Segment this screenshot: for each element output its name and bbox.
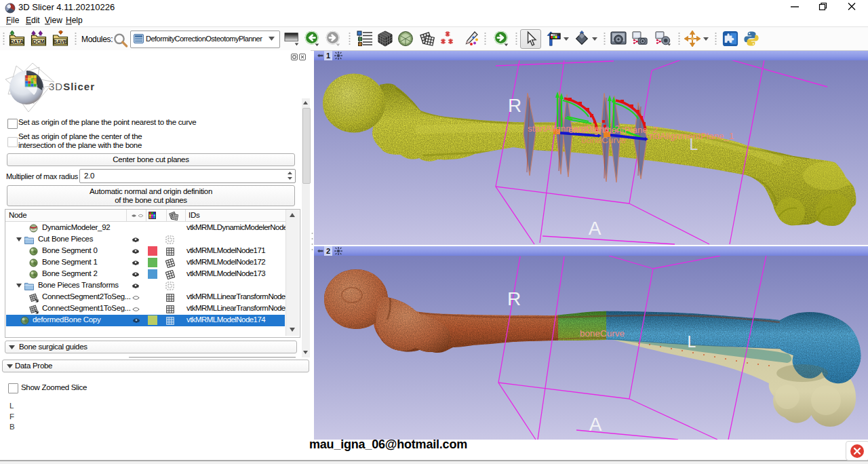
svg-text:A: A [589,218,601,239]
svg-text:L: L [690,136,698,153]
svg-text:DCM: DCM [33,39,45,45]
svg-text:SAVE: SAVE [54,39,67,45]
svg-text:R: R [507,288,521,309]
svg-text:boneCurve: boneCurve [581,135,626,145]
svg-text:3DSlicer: 3DSlicer [49,81,95,92]
svg-text:DATA: DATA [10,39,24,45]
svg-text:endAlignmentPlane_2: endAlignmentPlane_2 [568,125,658,135]
svg-text:A: A [589,414,602,435]
svg-text:L: L [688,333,696,351]
svg-text:boneCurve: boneCurve [580,328,625,339]
svg-text:R: R [508,95,521,116]
